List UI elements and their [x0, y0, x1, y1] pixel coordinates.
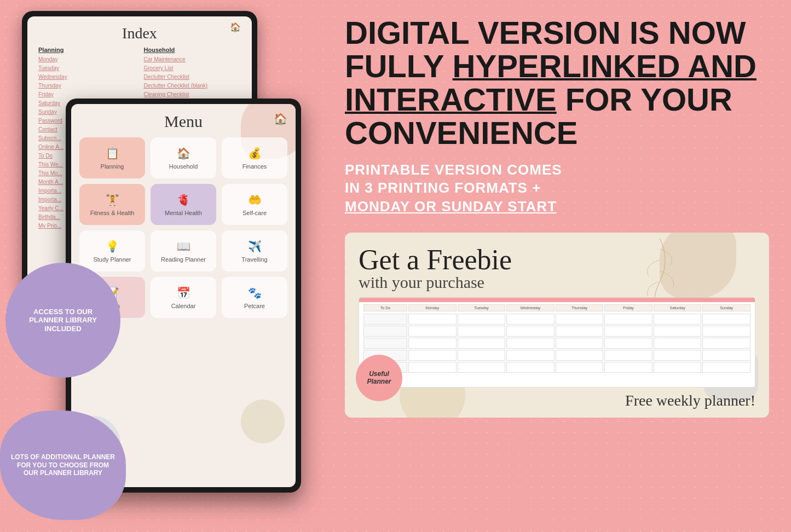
planner-cell: [654, 314, 702, 325]
subheadline: PRINTABLE VERSION COMES IN 3 PRINTING FO…: [345, 161, 769, 216]
planner-col-thursday: Thursday: [556, 304, 604, 311]
main-headline: DIGITAL VERSION IS NOW FULLY HYPERLINKED…: [345, 16, 769, 150]
planner-header-row: To Do Monday Tuesday Wednesday Thursday …: [363, 304, 750, 311]
menu-item-petcare[interactable]: 🐾 Petcare: [222, 277, 287, 318]
list-item: Wednesday: [38, 73, 136, 82]
mental-health-icon: 🫀: [177, 193, 190, 206]
left-section: Index 🏠 Planning Monday Tuesday Wednesda…: [0, 0, 317, 532]
planner-cell: [604, 314, 653, 325]
household-icon: 🏠: [177, 147, 190, 160]
fitness-icon: 🏋️: [106, 193, 119, 206]
subheadline-line2: IN 3 PRINTING FORMATS +: [345, 179, 769, 198]
menu-item-travelling[interactable]: ✈️ Travelling: [222, 230, 287, 271]
menu-item-finances[interactable]: 💰 Finances: [222, 137, 287, 178]
headline-line4: CONVENIENCE: [345, 117, 769, 150]
planning-header: Planning: [38, 47, 136, 53]
planning-icon: 📋: [106, 147, 119, 160]
badge-line2: Planner: [367, 378, 391, 385]
planner-cell: [654, 338, 702, 349]
menu-item-reading[interactable]: 📖 Reading Planner: [151, 230, 216, 271]
menu-item-label: Mental Health: [165, 210, 202, 216]
list-item: Friday: [38, 90, 136, 99]
planner-cell: [506, 350, 555, 361]
freebie-subtitle: with your purchase: [359, 273, 755, 292]
selfcare-icon: 🤲: [248, 193, 262, 206]
menu-item-label: Household: [169, 163, 198, 170]
index-title: Index: [38, 25, 241, 42]
planner-cell: [458, 350, 506, 361]
planner-cell: [458, 314, 506, 325]
planner-cell: [604, 326, 653, 337]
planner-cell: [604, 350, 653, 361]
planner-col-monday: Monday: [408, 304, 457, 311]
subheadline-line3: MONDAY OR SUNDAY START: [345, 198, 769, 216]
planner-cell: [702, 314, 750, 325]
planner-cell: [556, 350, 604, 361]
headline-line2: FULLY HYPERLINKED AND: [345, 50, 769, 83]
freebie-footer: Free weekly planner!: [359, 392, 755, 409]
planner-cell: [506, 314, 555, 325]
planner-cell: [408, 362, 457, 373]
monday-sunday-text: MONDAY OR SUNDAY START: [345, 198, 557, 215]
menu-item-label: Finances: [243, 163, 267, 170]
planner-cell: [408, 314, 457, 325]
menu-title: Menu: [79, 112, 287, 131]
list-item: Car Maintenance: [144, 55, 241, 64]
planner-cell: [654, 326, 702, 337]
headline-line3: INTERACTIVE FOR YOUR: [345, 83, 769, 117]
menu-item-calendar[interactable]: 📅 Calendar: [151, 277, 216, 318]
list-item: Cleaning Checklist: [144, 90, 241, 99]
lots-badge: LOTS OF ADDITIONAL PLANNER FOR YOU TO CH…: [0, 410, 126, 520]
freebie-card: Get a Freebie with your purchase To Do M…: [345, 233, 769, 418]
menu-item-label: Planning: [101, 163, 124, 170]
menu-item-planning[interactable]: 📋 Planning: [79, 137, 145, 178]
planner-cell: [458, 326, 506, 337]
planner-cell: [702, 326, 750, 337]
planner-col-tuesday: Tuesday: [458, 304, 506, 311]
planner-cell: [408, 338, 457, 349]
subheadline-line1: PRINTABLE VERSION COMES: [345, 161, 769, 180]
home-icon-back: 🏠: [230, 22, 241, 32]
planner-cell: [556, 314, 604, 325]
planner-col-sunday: Sunday: [702, 304, 750, 311]
planner-col-todo: To Do: [363, 304, 407, 311]
menu-item-mental[interactable]: 🫀 Mental Health: [151, 184, 216, 225]
planner-col-wednesday: Wednesday: [506, 304, 555, 311]
menu-item-selfcare[interactable]: 🤲 Self-care: [222, 184, 287, 225]
planner-cell: [702, 338, 750, 349]
menu-item-label: Petcare: [244, 303, 265, 309]
hyperlinked-text: HYPERLINKED AND: [453, 48, 757, 84]
home-icon-front: 🏠: [274, 112, 287, 125]
planner-cell: [702, 350, 750, 361]
planner-cell: [702, 362, 750, 373]
planner-cell: [654, 350, 702, 361]
planner-cell: [458, 338, 506, 349]
planner-cell: [604, 338, 653, 349]
interactive-text: INTERACTIVE: [345, 82, 557, 117]
planner-row: [363, 314, 750, 325]
menu-item-household[interactable]: 🏠 Household: [151, 137, 216, 178]
useful-planner-badge: Useful Planner: [356, 355, 402, 401]
planner-cell: [556, 338, 604, 349]
badge-line1: Useful: [369, 370, 389, 378]
menu-item-study[interactable]: 💡 Study Planner: [79, 230, 145, 271]
planner-cell: [556, 326, 604, 337]
planner-col-saturday: Saturday: [654, 304, 702, 311]
planner-cell: [604, 362, 653, 373]
planner-cell: [363, 338, 407, 349]
finances-icon: 💰: [248, 147, 262, 160]
weekly-planner-preview: To Do Monday Tuesday Wednesday Thursday …: [359, 297, 755, 388]
access-badge: ACCESS TO OUR PLANNER LIBRARY INCLUDED: [5, 263, 120, 378]
list-item: Thursday: [38, 82, 136, 90]
menu-item-label: Self-care: [243, 210, 267, 216]
planner-cell: [506, 326, 555, 337]
planner-cell: [506, 362, 555, 373]
household-header: Household: [144, 47, 241, 53]
freebie-title: Get a Freebie: [359, 244, 755, 276]
planner-cell: [363, 314, 407, 325]
study-icon: 💡: [106, 240, 119, 253]
list-item: Grocery List: [144, 64, 241, 73]
menu-item-fitness[interactable]: 🏋️ Fitness & Health: [79, 184, 145, 225]
list-item: Tuesday: [38, 64, 136, 73]
menu-item-label: Fitness & Health: [90, 210, 135, 216]
